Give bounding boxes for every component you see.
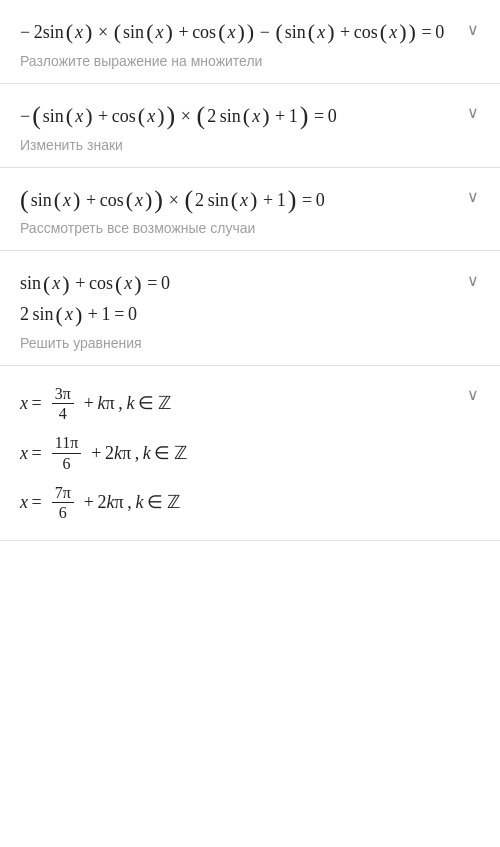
math-expression-1: − 2sin(x) × (sin(x) + cos(x)) − (sin(x) … <box>20 18 480 47</box>
chevron-icon-5[interactable]: ∨ <box>462 384 484 406</box>
math-expression-2: − ( sin(x) + cos(x) ) × ( 2 sin(x) + 1 )… <box>20 102 480 131</box>
section-solutions: x = 3π 4 + kπ , k ∈ ℤ x = 11π 6 + 2kπ , … <box>0 366 500 541</box>
solution-3: x = 7π 6 + 2kπ , k ∈ ℤ <box>20 483 480 522</box>
section-factorize: − 2sin(x) × (sin(x) + cos(x)) − (sin(x) … <box>0 0 500 84</box>
math-expression-3: ( sin(x) + cos(x) ) × ( 2 sin(x) + 1 ) =… <box>20 186 480 215</box>
chevron-icon-2[interactable]: ∨ <box>462 102 484 124</box>
chevron-icon-3[interactable]: ∨ <box>462 186 484 208</box>
hint-factorize: Разложите выражение на множители <box>20 53 480 69</box>
solution-1: x = 3π 4 + kπ , k ∈ ℤ <box>20 384 480 423</box>
chevron-icon-4[interactable]: ∨ <box>462 269 484 291</box>
fraction-1: 3π 4 <box>52 384 74 423</box>
equation-line-2: 2 sin(x) + 1 = 0 <box>20 300 480 329</box>
hint-solve: Решить уравнения <box>20 335 480 351</box>
hint-consider-cases: Рассмотреть все возможные случаи <box>20 220 480 236</box>
fraction-3: 7π 6 <box>52 483 74 522</box>
equation-line-1: sin(x) + cos(x) = 0 <box>20 269 480 298</box>
solution-2: x = 11π 6 + 2kπ , k ∈ ℤ <box>20 433 480 472</box>
hint-change-signs: Изменить знаки <box>20 137 480 153</box>
section-consider-cases: ( sin(x) + cos(x) ) × ( 2 sin(x) + 1 ) =… <box>0 168 500 252</box>
section-solve-equations: sin(x) + cos(x) = 0 2 sin(x) + 1 = 0 Реш… <box>0 251 500 366</box>
chevron-icon-1[interactable]: ∨ <box>462 18 484 40</box>
section-change-signs: − ( sin(x) + cos(x) ) × ( 2 sin(x) + 1 )… <box>0 84 500 168</box>
fraction-2: 11π 6 <box>52 433 81 472</box>
